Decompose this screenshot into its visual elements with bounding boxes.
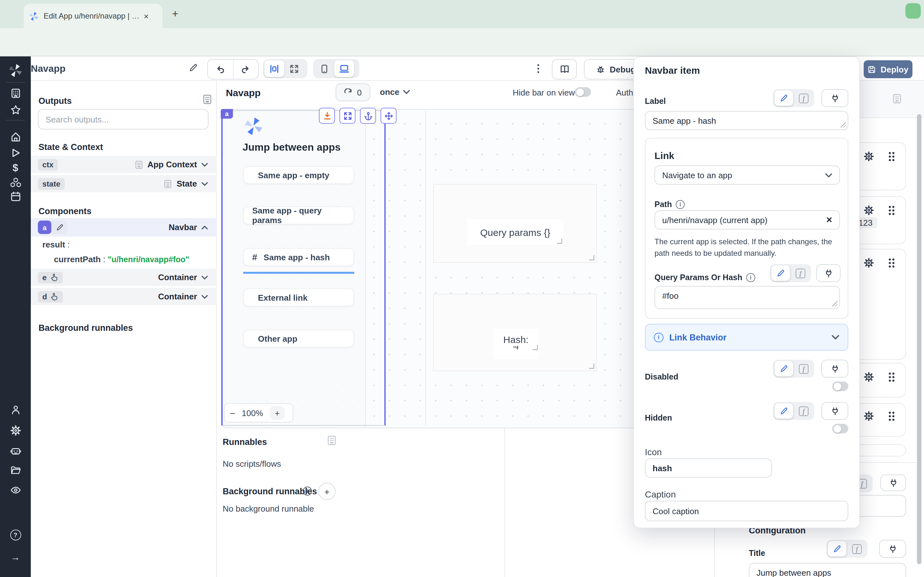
hidden-toggle[interactable] xyxy=(832,424,848,434)
sidebar-item-workers[interactable] xyxy=(0,446,31,456)
static-mode-pencil-icon[interactable] xyxy=(828,541,846,556)
chevron-up-icon[interactable] xyxy=(202,226,208,229)
anchor-icon[interactable] xyxy=(360,108,376,124)
refresh-mode-dropdown[interactable]: once xyxy=(380,87,410,97)
fn-mode-icon[interactable]: f xyxy=(791,266,810,281)
expand-component-icon[interactable] xyxy=(339,108,355,124)
outputs-doc-icon[interactable] xyxy=(203,94,212,105)
fullwidth-layout-icon[interactable] xyxy=(284,60,304,77)
query-input[interactable]: #foo xyxy=(654,286,840,309)
fn-mode-icon[interactable]: f xyxy=(848,541,866,556)
item-settings-gear-icon[interactable] xyxy=(864,151,874,161)
sidebar-item-runs[interactable] xyxy=(0,147,31,158)
windmill-logo-icon[interactable] xyxy=(0,63,31,77)
zoom-in-icon[interactable]: + xyxy=(270,406,285,420)
resize-grip-icon[interactable] xyxy=(841,122,846,127)
edit-name-pencil-icon[interactable] xyxy=(189,63,198,73)
nav-item-same-app-query[interactable]: Same app - query params xyxy=(243,206,354,224)
static-mode-pencil-icon[interactable] xyxy=(774,403,793,419)
navbar-preview-column[interactable] xyxy=(222,110,366,427)
result-key[interactable]: result : xyxy=(42,240,69,250)
info-icon[interactable]: i xyxy=(746,273,755,282)
runnables-doc-icon[interactable] xyxy=(327,435,336,446)
search-outputs-input[interactable] xyxy=(38,109,208,129)
hidden-connect-plug-icon[interactable] xyxy=(821,402,848,420)
drag-handle-icon[interactable] xyxy=(888,151,895,161)
sidebar-item-schedules[interactable] xyxy=(0,191,31,202)
sidebar-item-variables[interactable]: $ xyxy=(0,162,31,174)
undo-icon[interactable] xyxy=(208,60,233,79)
panel-scrollbar[interactable] xyxy=(917,114,921,564)
link-behavior-section[interactable]: i Link Behavior xyxy=(645,324,848,351)
resize-corner[interactable] xyxy=(533,345,538,350)
item-settings-gear-icon[interactable] xyxy=(864,205,874,215)
component-row-navbar[interactable]: a Navbar xyxy=(31,218,217,237)
centered-layout-icon[interactable] xyxy=(264,60,284,77)
resize-corner[interactable] xyxy=(557,239,562,243)
resize-grip-icon[interactable] xyxy=(832,301,837,306)
item-settings-gear-icon[interactable] xyxy=(864,372,874,382)
static-mode-pencil-icon[interactable] xyxy=(771,266,790,281)
sidebar-item-workspace[interactable] xyxy=(0,88,31,99)
path-input[interactable]: u/henri/navapp (current app) × xyxy=(654,210,840,229)
chevron-down-icon[interactable] xyxy=(202,182,208,185)
zoom-out-icon[interactable]: − xyxy=(230,408,236,418)
item-settings-gear-icon[interactable] xyxy=(864,258,874,268)
chevron-down-icon[interactable] xyxy=(202,163,208,166)
label-connect-plug-icon[interactable] xyxy=(821,89,848,107)
current-path-row[interactable]: currentPath : "u/henri/navapp#foo" xyxy=(54,255,189,264)
hash-container[interactable]: Hash: "f xyxy=(433,293,597,371)
add-background-runnable-button[interactable]: + xyxy=(318,483,336,500)
fn-mode-icon[interactable]: f xyxy=(795,403,813,419)
disabled-connect-plug-icon[interactable] xyxy=(821,359,848,378)
query-connect-plug-icon[interactable] xyxy=(816,264,841,282)
connect-plug-icon[interactable] xyxy=(880,474,906,491)
link-type-select[interactable]: Navigate to an app xyxy=(654,165,840,185)
output-row-ctx[interactable]: ctx App Context xyxy=(31,156,217,173)
redo-icon[interactable] xyxy=(233,60,258,79)
fn-mode-icon[interactable]: f xyxy=(795,361,813,376)
tab-close-icon[interactable]: × xyxy=(144,11,149,21)
hide-bar-toggle[interactable] xyxy=(575,87,591,97)
item-settings-gear-icon[interactable] xyxy=(864,411,874,421)
drag-handle-icon[interactable] xyxy=(888,258,895,268)
resize-corner[interactable] xyxy=(589,364,594,369)
component-row-container-e[interactable]: e Container xyxy=(31,269,217,286)
sidebar-item-resources[interactable] xyxy=(0,177,31,188)
window-control[interactable] xyxy=(905,3,921,19)
drag-handle-icon[interactable] xyxy=(888,205,895,215)
drag-handle-icon[interactable] xyxy=(888,411,895,421)
static-mode-pencil-icon[interactable] xyxy=(774,361,793,376)
sidebar-item-users[interactable] xyxy=(0,405,31,416)
icon-input[interactable]: hash xyxy=(645,458,772,478)
resize-corner[interactable] xyxy=(589,255,594,260)
insert-below-icon[interactable] xyxy=(319,108,335,124)
panel-doc-icon[interactable] xyxy=(893,93,901,104)
deploy-button[interactable]: Deploy xyxy=(864,60,913,78)
sidebar-collapse-icon[interactable]: → xyxy=(0,551,31,562)
title-input[interactable]: Jump between apps xyxy=(749,563,906,577)
connect-plug-icon[interactable] xyxy=(879,540,906,558)
hash-text-box[interactable]: Hash: "f xyxy=(493,329,539,359)
query-params-text-box[interactable]: Query params {} xyxy=(467,219,564,245)
nav-item-same-app-hash[interactable]: # Same app - hash xyxy=(243,248,354,266)
drag-handle-icon[interactable] xyxy=(888,372,895,382)
chevron-down-icon[interactable] xyxy=(202,295,208,298)
nav-item-same-app-empty[interactable]: Same app - empty xyxy=(243,166,354,184)
sidebar-item-home[interactable] xyxy=(0,131,31,142)
sidebar-item-folders[interactable] xyxy=(0,466,31,475)
output-row-state[interactable]: state State xyxy=(31,175,217,192)
nav-item-external-link[interactable]: External link xyxy=(243,288,354,306)
caption-input[interactable]: Cool caption xyxy=(645,501,848,521)
mobile-preview-icon[interactable] xyxy=(314,60,334,77)
component-row-container-d[interactable]: d Container xyxy=(31,288,217,305)
info-icon[interactable]: i xyxy=(676,200,685,209)
disabled-toggle[interactable] xyxy=(832,382,848,391)
chevron-down-icon[interactable] xyxy=(832,335,839,340)
refresh-count-button[interactable]: 0 xyxy=(336,83,370,101)
sidebar-item-favorites[interactable] xyxy=(0,105,31,115)
docs-button[interactable] xyxy=(552,59,577,79)
chevron-down-icon[interactable] xyxy=(202,276,208,279)
fn-mode-icon[interactable]: f xyxy=(795,90,813,106)
query-params-container[interactable]: Query params {} xyxy=(433,184,597,263)
